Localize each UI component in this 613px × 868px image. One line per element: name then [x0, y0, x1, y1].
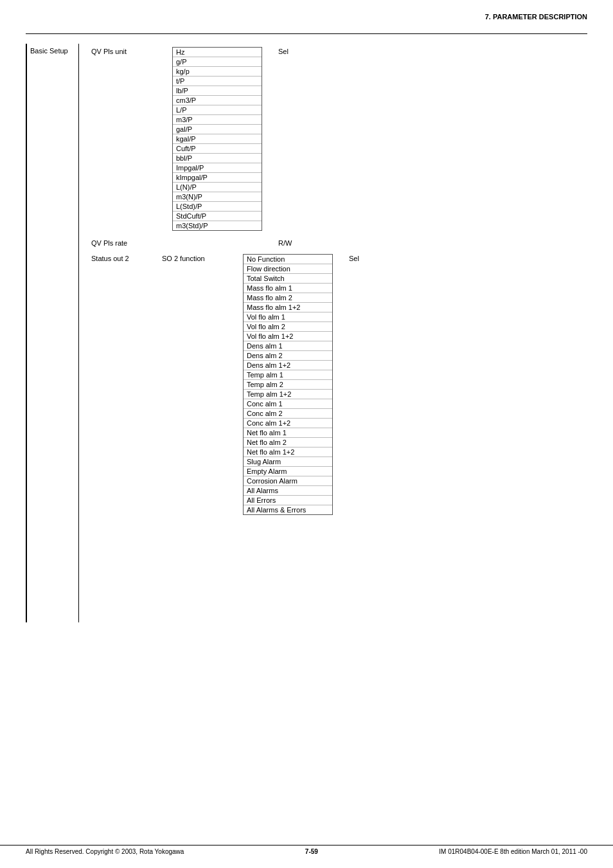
- so2-function-access: Sel: [342, 254, 366, 263]
- list-item: Dens alm 1+2: [244, 361, 332, 370]
- list-item: Impgal/P: [173, 163, 262, 173]
- list-item: Total Switch: [244, 274, 332, 284]
- list-item: StdCuft/P: [173, 212, 262, 221]
- qv-pls-rate-param: QV Pls rate: [89, 239, 172, 248]
- list-item: t/P: [173, 77, 262, 86]
- list-item: Conc alm 1: [244, 399, 332, 409]
- list-item: L(Std)/P: [173, 202, 262, 212]
- list-item: Mass flo alm 2: [244, 293, 332, 303]
- list-item: Temp alm 2: [244, 380, 332, 390]
- status-out-2-label: Status out 2: [89, 254, 159, 263]
- list-item: No Function: [244, 255, 332, 264]
- list-item: Empty Alarm: [244, 467, 332, 476]
- list-item: Mass flo alm 1+2: [244, 303, 332, 312]
- page-footer: All Rights Reserved. Copyright © 2003, R…: [0, 845, 613, 855]
- list-item: cm3/P: [173, 96, 262, 105]
- list-item: All Errors: [244, 496, 332, 505]
- header-title: 7. PARAMETER DESCRIPTION: [485, 13, 587, 21]
- status-out-2-row: Status out 2 SO 2 function No Function F…: [89, 254, 587, 515]
- list-item: Net flo alm 1: [244, 428, 332, 438]
- list-item: gal/P: [173, 125, 262, 134]
- list-item: bbl/P: [173, 154, 262, 163]
- so2-function-values: No Function Flow direction Total Switch …: [243, 254, 342, 515]
- qv-pls-unit-access: Sel: [272, 47, 295, 56]
- qv-pls-unit-row: QV Pls unit Hz g/P kg/p t/P lb/P cm3/P L…: [89, 47, 587, 231]
- sidebar-label: Basic Setup: [27, 44, 78, 622]
- qv-pls-unit-values: Hz g/P kg/p t/P lb/P cm3/P L/P m3/P gal/…: [172, 47, 272, 231]
- footer-left: All Rights Reserved. Copyright © 2003, R…: [26, 848, 184, 855]
- qv-pls-rate-row: QV Pls rate R/W: [89, 239, 587, 248]
- list-item: g/P: [173, 57, 262, 67]
- list-item: Dens alm 2: [244, 351, 332, 361]
- list-item: Mass flo alm 1: [244, 284, 332, 293]
- list-item: Conc alm 2: [244, 409, 332, 419]
- list-item: kImpgal/P: [173, 173, 262, 183]
- list-item: Corrosion Alarm: [244, 476, 332, 486]
- list-item: Net flo alm 1+2: [244, 448, 332, 457]
- list-item: lb/P: [173, 86, 262, 96]
- list-item: All Alarms & Errors: [244, 505, 332, 514]
- list-item: Net flo alm 2: [244, 438, 332, 448]
- list-item: kgal/P: [173, 134, 262, 144]
- list-item: Hz: [173, 48, 262, 57]
- list-item: Cuft/P: [173, 144, 262, 154]
- page-header: 7. PARAMETER DESCRIPTION: [26, 13, 587, 27]
- list-item: Vol flo alm 1: [244, 312, 332, 322]
- list-item: m3(Std)/P: [173, 221, 262, 230]
- list-item: Flow direction: [244, 264, 332, 274]
- list-item: All Alarms: [244, 486, 332, 496]
- footer-center: 7-59: [305, 848, 318, 855]
- list-item: L(N)/P: [173, 183, 262, 192]
- list-item: m3(N)/P: [173, 192, 262, 202]
- list-item: Dens alm 1: [244, 341, 332, 351]
- footer-right: IM 01R04B04-00E-E 8th edition March 01, …: [439, 848, 587, 855]
- so2-function-param: SO 2 function: [159, 254, 243, 263]
- list-item: m3/P: [173, 115, 262, 125]
- list-item: L/P: [173, 105, 262, 115]
- qv-pls-rate-access: R/W: [272, 239, 298, 248]
- list-item: kg/p: [173, 67, 262, 77]
- list-item: Conc alm 1+2: [244, 419, 332, 428]
- list-item: Vol flo alm 2: [244, 322, 332, 332]
- list-item: Temp alm 1+2: [244, 390, 332, 399]
- list-item: Vol flo alm 1+2: [244, 332, 332, 341]
- qv-pls-unit-param: QV Pls unit: [89, 47, 172, 56]
- list-item: Slug Alarm: [244, 457, 332, 467]
- list-item: Temp alm 1: [244, 370, 332, 380]
